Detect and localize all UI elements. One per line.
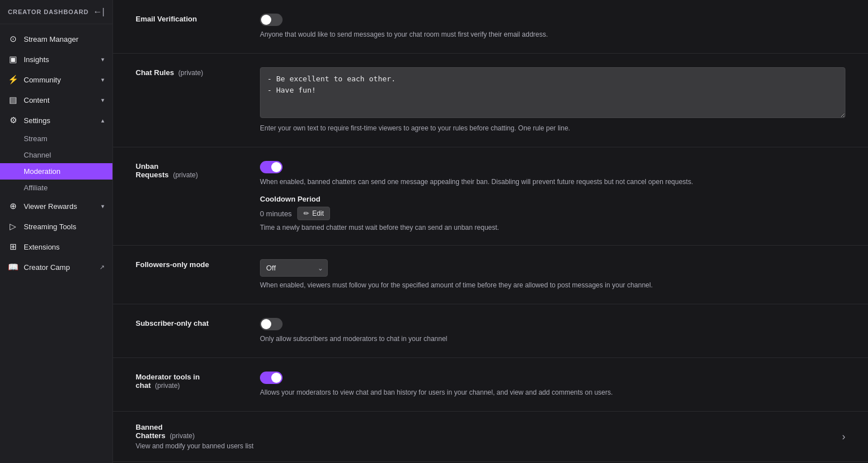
followers-only-description: When enabled, viewers must follow you fo… xyxy=(260,280,845,290)
streaming-tools-label: Streaming Tools xyxy=(24,222,76,231)
stream-manager-label: Stream Manager xyxy=(24,35,79,43)
creator-camp-label: Creator Camp xyxy=(24,263,70,272)
sidebar-navigation: ⊙ Stream Manager ▣ Insights ▾ ⚡ Communit… xyxy=(0,24,112,463)
email-verification-label: Email Verification xyxy=(136,14,237,23)
subscriber-toggle-knob xyxy=(261,319,271,329)
cooldown-label: Cooldown Period xyxy=(260,195,845,203)
email-verification-description: Anyone that would like to send messages … xyxy=(260,29,845,40)
subscriber-only-description: Only allow subscribers and moderators to… xyxy=(260,334,845,344)
email-verification-toggle[interactable] xyxy=(260,14,283,26)
community-label: Community xyxy=(24,76,61,84)
content-chevron: ▾ xyxy=(101,97,105,104)
banned-chatters-chevron-icon: › xyxy=(842,431,845,443)
external-link-icon: ↗ xyxy=(99,264,105,271)
affiliate-label: Affiliate xyxy=(24,184,47,192)
community-icon: ⚡ xyxy=(8,75,18,85)
subscriber-only-section: Subscriber-only chat Only allow subscrib… xyxy=(113,304,868,358)
chat-rules-description: Enter your own text to require first-tim… xyxy=(260,123,845,133)
moderator-tools-content: Allows your moderators to view chat and … xyxy=(260,372,845,398)
sidebar-item-affiliate[interactable]: Affiliate xyxy=(0,180,112,196)
banned-chatters-left: BannedChatters (private) View and modify… xyxy=(136,423,254,450)
sidebar-item-community[interactable]: ⚡ Community ▾ xyxy=(0,69,112,90)
banned-chatters-title: BannedChatters (private) xyxy=(136,423,254,440)
stream-manager-icon: ⊙ xyxy=(8,34,18,44)
moderator-tools-section: Moderator tools inchat (private) Allows … xyxy=(113,358,868,412)
sidebar-item-insights[interactable]: ▣ Insights ▾ xyxy=(0,49,112,69)
chat-rules-private-badge: (private) xyxy=(179,69,203,77)
creator-camp-icon: 📖 xyxy=(8,262,18,272)
viewer-rewards-label: Viewer Rewards xyxy=(24,202,77,211)
unban-requests-description: When enabled, banned chatters can send o… xyxy=(260,177,845,187)
stream-label: Stream xyxy=(24,134,47,143)
chat-rules-section: Chat Rules (private) - Be excellent to e… xyxy=(113,54,868,147)
banned-chatters-section[interactable]: BannedChatters (private) View and modify… xyxy=(113,412,868,462)
email-verification-section: Email Verification Anyone that would lik… xyxy=(113,0,868,54)
chat-rules-textarea[interactable]: - Be excellent to each other. - Have fun… xyxy=(260,67,845,118)
moderator-tools-label: Moderator tools inchat (private) xyxy=(136,372,237,390)
extensions-label: Extensions xyxy=(24,243,60,251)
channel-label: Channel xyxy=(24,151,51,159)
followers-only-select[interactable]: Off 10 minutes 30 minutes 1 hour 3 hours… xyxy=(260,259,328,277)
subscriber-only-label: Subscriber-only chat xyxy=(136,318,237,327)
banned-chatters-description: View and modify your banned users list xyxy=(136,442,254,450)
chat-rules-label: Chat Rules (private) xyxy=(136,67,237,77)
followers-only-select-wrapper: Off 10 minutes 30 minutes 1 hour 3 hours… xyxy=(260,259,328,277)
content-icon: ▤ xyxy=(8,95,18,105)
mod-toggle-knob xyxy=(271,373,281,383)
sidebar-item-stream-manager[interactable]: ⊙ Stream Manager xyxy=(0,29,112,49)
cooldown-block: Cooldown Period 0 minutes ✏ Edit Time a … xyxy=(260,195,845,231)
cooldown-value: 0 minutes xyxy=(260,209,292,218)
extensions-icon: ⊞ xyxy=(8,242,18,252)
settings-label: Settings xyxy=(24,116,50,125)
viewer-rewards-icon: ⊕ xyxy=(8,201,18,211)
chat-rules-content: - Be excellent to each other. - Have fun… xyxy=(260,67,845,133)
moderator-tools-private-badge: (private) xyxy=(155,382,180,390)
insights-label: Insights xyxy=(24,55,49,64)
sidebar-item-stream[interactable]: Stream xyxy=(0,130,112,147)
sidebar-item-streaming-tools[interactable]: ▷ Streaming Tools xyxy=(0,216,112,237)
moderator-tools-description: Allows your moderators to view chat and … xyxy=(260,387,845,398)
insights-icon: ▣ xyxy=(8,54,18,64)
sidebar-title: CREATOR DASHBOARD xyxy=(8,8,89,15)
community-chevron: ▾ xyxy=(101,76,105,84)
sidebar-item-viewer-rewards[interactable]: ⊕ Viewer Rewards ▾ xyxy=(0,196,112,216)
main-content: Email Verification Anyone that would lik… xyxy=(113,0,868,463)
sidebar-item-settings[interactable]: ⚙ Settings ▴ xyxy=(0,110,112,130)
sidebar: CREATOR DASHBOARD ←| ⊙ Stream Manager ▣ … xyxy=(0,0,113,463)
unban-requests-label: UnbanRequests (private) xyxy=(136,161,237,179)
subscriber-only-content: Only allow subscribers and moderators to… xyxy=(260,318,845,344)
banned-chatters-private-badge: (private) xyxy=(170,432,194,440)
unban-requests-toggle[interactable] xyxy=(260,161,283,173)
toggle-knob xyxy=(261,15,271,25)
unban-requests-content: When enabled, banned chatters can send o… xyxy=(260,161,845,231)
sidebar-header: CREATOR DASHBOARD ←| xyxy=(0,0,112,24)
viewer-rewards-chevron: ▾ xyxy=(101,203,105,210)
insights-chevron: ▾ xyxy=(101,56,105,63)
followers-only-label: Followers-only mode xyxy=(136,259,237,269)
sidebar-item-content[interactable]: ▤ Content ▾ xyxy=(0,90,112,110)
unban-requests-section: UnbanRequests (private) When enabled, ba… xyxy=(113,147,868,246)
cooldown-hint: Time a newly banned chatter must wait be… xyxy=(260,224,845,231)
sidebar-item-creator-camp[interactable]: 📖 Creator Camp ↗ xyxy=(0,257,112,277)
settings-chevron: ▴ xyxy=(101,117,105,124)
sidebar-item-moderation[interactable]: Moderation xyxy=(0,163,112,180)
streaming-tools-icon: ▷ xyxy=(8,221,18,231)
sidebar-item-channel[interactable]: Channel xyxy=(0,147,112,163)
moderator-tools-toggle[interactable] xyxy=(260,372,283,384)
subscriber-only-toggle[interactable] xyxy=(260,318,283,330)
cooldown-edit-button[interactable]: ✏ Edit xyxy=(297,207,330,220)
settings-icon: ⚙ xyxy=(8,115,18,125)
pencil-icon: ✏ xyxy=(303,209,309,217)
followers-only-content: Off 10 minutes 30 minutes 1 hour 3 hours… xyxy=(260,259,845,290)
edit-label: Edit xyxy=(312,209,324,217)
unban-toggle-knob xyxy=(271,162,281,172)
followers-only-section: Followers-only mode Off 10 minutes 30 mi… xyxy=(113,246,868,304)
content-label: Content xyxy=(24,96,50,104)
sidebar-item-extensions[interactable]: ⊞ Extensions xyxy=(0,237,112,257)
unban-requests-private-badge: (private) xyxy=(173,171,198,179)
email-verification-content: Anyone that would like to send messages … xyxy=(260,14,845,40)
moderation-label: Moderation xyxy=(24,167,60,176)
back-icon[interactable]: ←| xyxy=(93,7,105,17)
